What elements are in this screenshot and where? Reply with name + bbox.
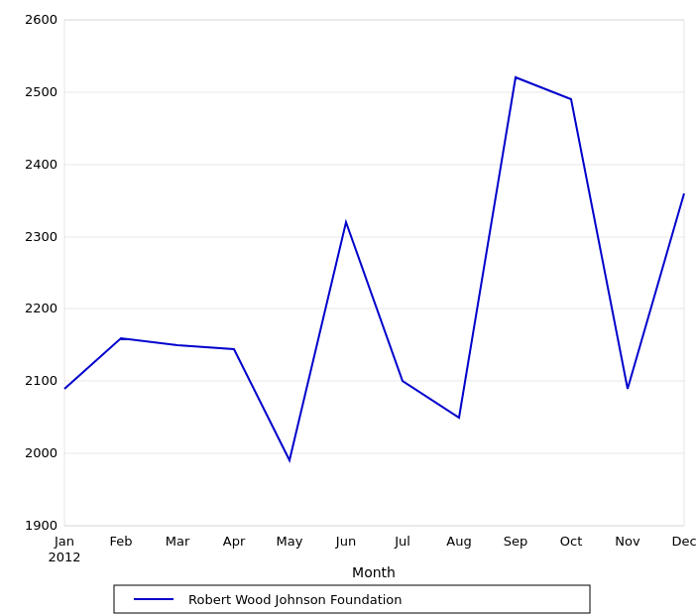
xtick-jul: Jul: [394, 534, 410, 549]
xtick-feb: Feb: [109, 534, 132, 549]
x-axis-label: Month: [352, 564, 396, 580]
line-chart: 1900 2000 2100 2200 2300 2400 2500 2600: [0, 0, 697, 616]
plot-area: [64, 20, 684, 526]
ytick-2100: 2100: [25, 373, 58, 388]
year-label: 2012: [48, 550, 80, 564]
xtick-apr: Apr: [223, 534, 246, 549]
ytick-1900: 1900: [25, 518, 58, 533]
xtick-sep: Sep: [504, 534, 528, 549]
ytick-2200: 2200: [25, 301, 58, 315]
ytick-2000: 2000: [25, 445, 58, 460]
xtick-oct: Oct: [560, 534, 582, 549]
ytick-2600: 2600: [25, 12, 58, 27]
ytick-2400: 2400: [25, 157, 58, 172]
xtick-nov: Nov: [615, 534, 640, 549]
xtick-mar: Mar: [166, 534, 190, 549]
xtick-may: May: [277, 534, 303, 549]
xtick-jun: Jun: [335, 534, 356, 549]
xtick-dec: Dec: [671, 534, 696, 549]
xtick-aug: Aug: [446, 534, 471, 549]
legend-label: Robert Wood Johnson Foundation: [188, 592, 403, 607]
xtick-jan: Jan: [54, 534, 74, 549]
ytick-2300: 2300: [25, 229, 58, 244]
chart-container: 1900 2000 2100 2200 2300 2400 2500 2600: [0, 0, 697, 616]
ytick-2500: 2500: [25, 84, 58, 99]
